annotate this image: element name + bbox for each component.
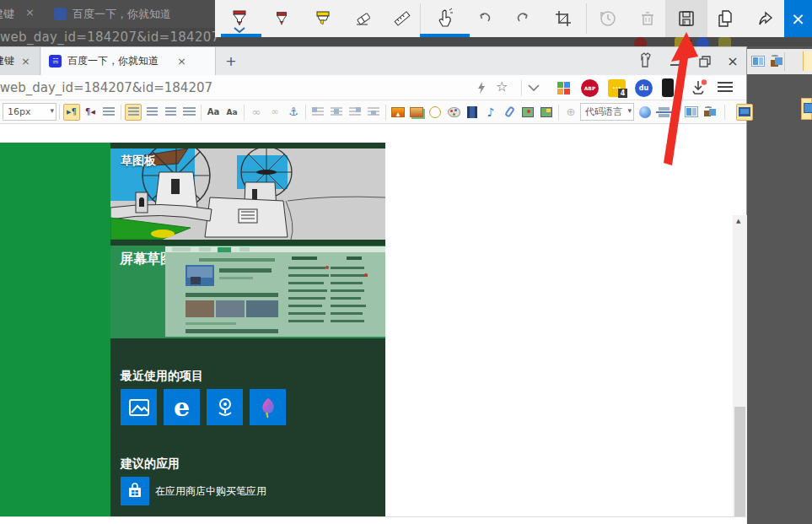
new-tab-button[interactable]: + [219,47,243,75]
pagebreak-button[interactable] [655,104,672,121]
anchor-button[interactable]: ⚓ [285,104,302,121]
reading-mode-icon[interactable] [476,81,487,95]
code-language-select[interactable]: 代码语言 ▾ [580,103,634,121]
editor-toolbar: 16px ▾ ▶¶ ¶◀ Aa Aa ∞ ∞ ⚓ ▲ [0,100,746,124]
screensketch-thumbnail[interactable] [165,246,385,337]
recent-item-maps[interactable] [207,389,243,425]
image-center-button[interactable] [328,104,345,121]
star-glyph: ☆ [496,78,508,95]
tab-2-close-icon[interactable]: × [177,55,186,68]
screensketch-section: 屏幕草图 [110,246,385,338]
ballpoint-pen-tool[interactable] [226,5,253,32]
device-extension-icon[interactable] [662,78,674,97]
tab-1[interactable]: 建键 × [0,47,40,75]
align-right-button[interactable] [162,104,179,121]
download-icon[interactable] [690,79,708,96]
format-marks-button[interactable]: ▶¶ [63,104,80,121]
notes-extension-icon[interactable]: ... 4 [608,79,626,97]
iframe-button[interactable]: ⊕ [562,104,579,121]
ink-toolbar [215,0,812,37]
emoji-button[interactable] [427,104,444,121]
address-bar[interactable]: &web_day_id=184207&id=184207 ☆ ABP ... 4 [0,75,746,100]
table-button[interactable] [683,104,700,121]
image-right-button[interactable] [347,104,363,121]
dim-tab2-label: 百度一下，你就知道 [73,7,171,22]
favorites-star-icon[interactable]: ☆ [496,78,508,95]
sketchpad-card[interactable]: 草图板 [110,149,385,240]
remote-icon [704,106,717,117]
edge-logo: e [174,392,190,422]
link-icon: ∞ [252,105,261,118]
image-center-icon [331,107,342,116]
monitor-icon [739,107,750,116]
paragraph-spacing-button[interactable] [100,104,117,121]
scrawl-button[interactable] [445,104,462,121]
pencil-tool[interactable] [268,5,295,32]
scrollbar-thumb[interactable] [734,407,745,521]
font-size-select[interactable]: 16px ▾ [3,103,56,121]
attachment-button[interactable] [501,104,518,121]
share-button[interactable] [751,5,778,32]
tab-1-close-icon[interactable]: × [21,55,30,68]
dropdown-chevron-icon[interactable] [528,84,540,91]
vertical-scrollbar[interactable]: ▲ [733,215,747,524]
exit-ink-button[interactable]: × [784,0,812,37]
image-block-button[interactable] [365,104,382,121]
unlink-button[interactable]: ∞ [266,104,283,121]
baidu-ext-label: du [639,84,648,92]
editor-separator [558,105,559,120]
image-left-button[interactable] [309,104,326,121]
lowercase-button[interactable]: Aa [223,104,240,121]
music-icon: ♪ [487,105,495,119]
video-button[interactable] [464,104,481,121]
grid-extension-icon[interactable] [557,81,570,95]
align-left-button[interactable] [125,104,142,121]
touch-writing-tool[interactable] [428,5,462,32]
music-button[interactable]: ♪ [482,104,499,121]
align-center-button[interactable] [143,104,160,121]
crop-tool[interactable] [550,5,577,32]
recent-item-edge[interactable]: e [164,389,200,425]
align-right-icon [165,107,176,116]
delete-button[interactable] [634,5,661,32]
highlighter-tool[interactable] [309,5,336,32]
recent-item-photos[interactable] [121,389,157,425]
baidu-extension-icon[interactable]: du [635,79,653,97]
images-icon [410,107,423,117]
set-tabs-aside-icon[interactable] [635,52,655,69]
menu-hamburger-icon[interactable] [718,82,733,92]
copy-button[interactable] [711,5,738,32]
minimize-button[interactable] [670,64,680,66]
recent-section: 最近使用的项目 e 建议的应用 [110,338,385,516]
store-tile[interactable] [121,477,149,505]
recent-item-paint-pin[interactable] [250,389,286,425]
restore-button[interactable] [698,55,712,68]
history-button[interactable] [594,5,621,32]
undo-button[interactable] [471,5,497,32]
globe-icon: ⊕ [567,105,576,118]
ie-button[interactable] [637,104,653,121]
store-bag-icon [126,483,143,500]
paperclip-icon [503,105,514,118]
fullscreen-button[interactable] [736,104,753,121]
toolbar-separator [420,3,421,34]
scrollbar-up-icon[interactable]: ▲ [736,218,740,224]
map-button[interactable] [519,104,536,121]
format-marks-hide-button[interactable]: ¶◀ [82,104,99,121]
save-button[interactable] [673,5,700,32]
store-suggestion-text[interactable]: 在应用商店中购买笔应用 [155,484,266,499]
align-justify-button[interactable] [180,104,197,121]
gmap-button[interactable] [538,104,555,121]
link-button[interactable]: ∞ [248,104,265,121]
redo-button[interactable] [510,5,537,32]
adblock-extension-icon[interactable]: ABP [581,79,599,97]
uppercase-button[interactable]: Aa [205,104,222,121]
remote-button[interactable] [702,104,718,121]
close-window-button[interactable]: × [723,51,742,70]
tab-2-active[interactable]: ☵ 百度一下，你就知道 × [41,47,216,75]
ruler-tool[interactable] [389,5,416,32]
insert-images-button[interactable] [408,104,425,121]
anchor-icon: ⚓ [288,105,298,118]
insert-image-button[interactable]: ▲ [390,104,406,121]
eraser-tool[interactable] [350,5,377,32]
